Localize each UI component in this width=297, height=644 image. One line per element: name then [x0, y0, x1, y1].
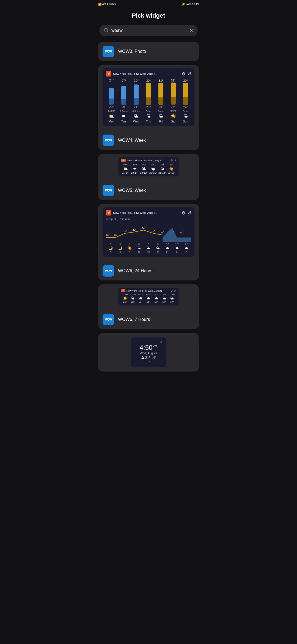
- search-icon: [104, 28, 109, 34]
- status-left: 📶 4G 4.6 K/S: [98, 3, 116, 6]
- page-title: Pick widget: [95, 8, 202, 25]
- battery-text: 74% 10:19: [186, 3, 199, 6]
- wow5-widget: ⚡ New York 4:50 PM Wed, Aug 21 ⚙ ↺ Mon ⛅…: [118, 157, 179, 176]
- wow4-header: ⚡ New York 4:50 PM Wed, Aug 21 ⚙ ↺: [106, 71, 191, 77]
- wow4-day-tue: 27° 20° 2.5mm 🌧 Tue: [118, 79, 130, 123]
- clock-time: 4:50PM: [135, 344, 162, 351]
- wow6-7h-widget: ⚡ New York 4:50 PM Wed, Aug 21 ⚙ ↺ 11:00…: [118, 288, 179, 305]
- clock-weather-icon: 🌤: [141, 356, 144, 360]
- wow4-day-fri: 31° 23° 0mm 🌤 Fri: [155, 79, 166, 123]
- wow4-gear-icon[interactable]: ⚙: [182, 71, 185, 77]
- widget-list-item-wow5[interactable]: WOW WOW5, Week: [98, 181, 199, 200]
- wow4-widget: ⚡ New York 4:50 PM Wed, Aug 21 ⚙ ↺ 24°: [103, 68, 194, 126]
- wow6-24h-location: New York: [113, 211, 126, 214]
- clock-temp: 21°: [145, 356, 150, 360]
- wow6-7h-col-1200: 12:00 🌤 22°: [130, 293, 136, 303]
- wow5-days: Mon ⛅ 21°14° Tue 🌧 20°14° Wed 🌥 24°12° T…: [121, 163, 176, 174]
- widget-list-item-wow3[interactable]: WOW WOW3, Photo: [98, 42, 199, 61]
- wow5-day-tue: Tue 🌧 20°14°: [131, 163, 138, 174]
- widget-section-wow6-24h: ⚡ New York 4:50 PM Wed, Aug 21 ⚙ ↺ Temp.…: [98, 204, 199, 280]
- wow5-time: 4:50 PM Wed, Aug 21: [138, 159, 162, 162]
- search-input[interactable]: [111, 28, 186, 33]
- wow4-time: 4:50 PM Wed, Aug 21: [127, 72, 157, 75]
- widget-list-item-wow6-24h[interactable]: WOW WOW6, 24 Hours: [98, 261, 199, 280]
- wow6-7h-refresh[interactable]: ↺: [174, 290, 176, 292]
- wow6-7h-col-1600: 16:00 🌥 17°: [161, 293, 167, 303]
- wow6-24h-widget: ⚡ New York 4:50 PM Wed, Aug 21 ⚙ ↺ Temp.…: [103, 207, 194, 257]
- wow4-days-container: 24° 20° 1.7mm ⛅ Mon 27°: [106, 79, 191, 123]
- clock-widget: ⚙ 4:50PM Wed, Aug 21 🌤 21° 14° ↺: [131, 337, 166, 367]
- wow3-label: WOW3, Photo: [118, 49, 146, 54]
- wow4-preview-wrap: ⚡ New York 4:50 PM Wed, Aug 21 ⚙ ↺ 24°: [98, 65, 199, 131]
- svg-text:21°: 21°: [170, 231, 174, 234]
- wow6-chart: 20° 20° 22° 23° 24° 22° 21° 21° 21°: [106, 222, 191, 242]
- wow6-24h-gear[interactable]: ⚙: [182, 210, 185, 215]
- widget-section-wow5: ⚡ New York 4:50 PM Wed, Aug 21 ⚙ ↺ Mon ⛅…: [98, 154, 199, 200]
- wow6-24h-preview-wrap: ⚡ New York 4:50 PM Wed, Aug 21 ⚙ ↺ Temp.…: [98, 204, 199, 261]
- wow4-day-wed: 29° 21° 0.9mm 🌥 Wed: [131, 79, 142, 123]
- wow6-hour-18: 0 🌥 18: [153, 243, 163, 253]
- widget-list-item-wow4[interactable]: WOW WOW4, Week: [98, 131, 199, 150]
- wow4-day-mon: 24° 20° 1.7mm ⛅ Mon: [106, 79, 117, 123]
- wow6-subtitle: Temp. °C, Rain mm: [106, 218, 191, 221]
- wow4-location: New York: [113, 72, 126, 75]
- wow6-7h-location: New York: [127, 290, 137, 292]
- wow6-hour-21: 0.3 🌧 21: [163, 243, 172, 253]
- wow6-7h-col-1300: 13:00 🌧 23°: [138, 293, 143, 303]
- clear-button[interactable]: ✕: [189, 28, 193, 34]
- svg-text:21°: 21°: [161, 231, 164, 234]
- wow6-hour-6: 0 🌙 6: [115, 243, 125, 253]
- wow6-hour-3b: 1.2 🌧 3: [182, 243, 191, 253]
- wow3-app-icon: WOW: [103, 46, 114, 57]
- wow6-7h-gear[interactable]: ⚙: [170, 290, 173, 292]
- wow5-day-thu: Thu 🌦 25°15°: [149, 163, 157, 174]
- wow5-day-fri: Fri 🌤 21°14°: [158, 163, 166, 174]
- wow6-7h-thunder: ⚡: [121, 289, 125, 292]
- wow5-refresh[interactable]: ↺: [174, 159, 176, 162]
- svg-text:21°: 21°: [180, 231, 183, 234]
- wow6-24h-time: 4:50 PM Wed, Aug 21: [127, 211, 157, 214]
- wow6-hour-3: 0 🌙 3: [106, 243, 115, 253]
- wow5-preview-wrap: ⚡ New York 4:50 PM Wed, Aug 21 ⚙ ↺ Mon ⛅…: [98, 154, 199, 181]
- wow5-day-mon: Mon ⛅ 21°14°: [122, 163, 129, 174]
- wow4-day-thu: 30° 23° 0mm 🌤 Thu: [143, 79, 154, 123]
- svg-text:24°: 24°: [142, 227, 146, 230]
- widget-section-wow6-7h: ⚡ New York 4:50 PM Wed, Aug 21 ⚙ ↺ 11:00…: [98, 284, 199, 329]
- svg-text:20°: 20°: [106, 234, 110, 237]
- wow6-7h-hours-row: 11:00 ☀️ 21° 12:00 🌤 22° 13:00 🌧 23° 14:…: [121, 293, 176, 303]
- clock-footer: ↺: [135, 361, 162, 364]
- wow6-7h-app-icon: WOW: [103, 314, 114, 325]
- clock-gear[interactable]: ⚙: [135, 340, 162, 343]
- svg-text:23°: 23°: [133, 228, 136, 231]
- widget-list-item-wow6-7h[interactable]: WOW WOW6, 7 Hours: [98, 310, 199, 329]
- wow5-gear[interactable]: ⚙: [170, 159, 173, 162]
- wow6-24h-refresh[interactable]: ↺: [188, 210, 191, 215]
- wow6-7h-preview-wrap: ⚡ New York 4:50 PM Wed, Aug 21 ⚙ ↺ 11:00…: [98, 284, 199, 310]
- wow6-7h-col-1100: 11:00 ☀️ 21°: [122, 293, 128, 303]
- wow6-7h-label: WOW6, 7 Hours: [118, 317, 150, 322]
- wow4-day-sat: 31° 23° 0mm ☀️ Sat: [167, 79, 179, 123]
- clock-temp-row: 🌤 21° 14°: [135, 356, 162, 360]
- clock-widget-wrap: ⚙ 4:50PM Wed, Aug 21 🌤 21° 14° ↺: [98, 333, 199, 372]
- wow6-7h-col-1700: 17:00 🌥 17°: [169, 293, 175, 303]
- status-right: 🔑 74% 10:19: [182, 3, 199, 6]
- wow6-hour-12: 0 🌤 12: [134, 243, 144, 253]
- svg-text:22°: 22°: [151, 230, 155, 233]
- wow6-thunder-icon: ⚡: [106, 210, 111, 215]
- status-text-left: 4G 4.6 K/S: [102, 3, 116, 6]
- thunder-icon: ⚡: [106, 71, 111, 77]
- status-bar: 📶 4G 4.6 K/S 🔑 74% 10:19: [95, 0, 202, 8]
- widget-section-wow3: WOW WOW3, Photo: [98, 42, 199, 61]
- wow6-24h-app-icon: WOW: [103, 265, 114, 277]
- key-icon: 🔑: [182, 3, 185, 6]
- wow5-day-sat: Sat ☀️ 23°17°: [168, 163, 175, 174]
- search-bar[interactable]: ✕: [99, 25, 198, 36]
- wow6-7h-time: 4:50 PM Wed, Aug 21: [138, 290, 162, 292]
- wow5-label: WOW5, Week: [118, 188, 146, 193]
- wow5-thunder: ⚡: [121, 159, 126, 162]
- wow5-location: New York: [127, 159, 137, 162]
- wow4-day-sun: 30° 24° 0mm 🌤 Sun: [180, 79, 191, 123]
- svg-text:22°: 22°: [123, 230, 127, 233]
- wow4-refresh-icon[interactable]: ↺: [188, 71, 191, 77]
- wow6-24h-label: WOW6, 24 Hours: [118, 268, 152, 273]
